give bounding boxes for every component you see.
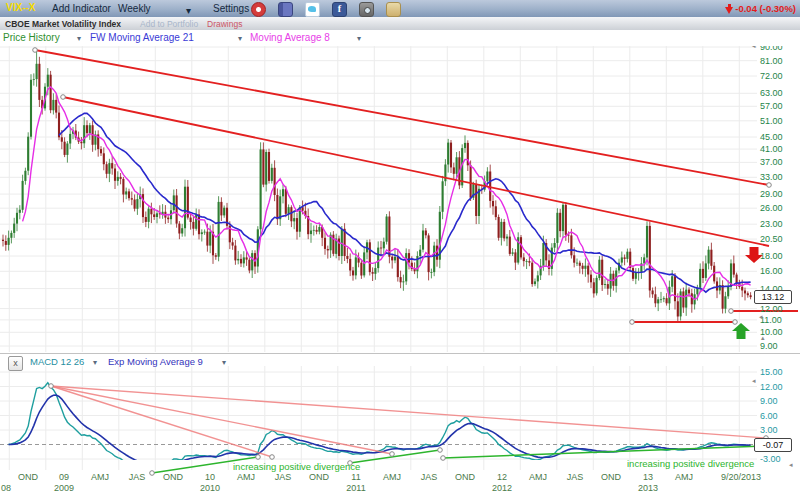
camera-icon[interactable] <box>359 2 374 17</box>
ma21-caret-icon[interactable]: ▾ <box>238 34 242 43</box>
symbol-label: VIX--X <box>6 2 35 13</box>
notebook-icon[interactable] <box>278 2 293 17</box>
instrument-title: CBOE Market Volatility Index <box>5 19 121 29</box>
macd-value-box: -0.07 <box>754 438 792 452</box>
quote-change-text: -0.04 (-0.30%) <box>735 3 796 14</box>
twitter-icon[interactable] <box>305 2 320 17</box>
chart-canvas <box>0 0 800 492</box>
legend-ma21[interactable]: FW Moving Average 21 <box>90 32 194 43</box>
macd-ema-label[interactable]: Exp Moving Average 9 <box>108 356 203 367</box>
legend-price-history[interactable]: Price History <box>3 32 60 43</box>
panel-separator[interactable] <box>0 353 800 354</box>
macd-label[interactable]: MACD 12 26 <box>30 356 84 367</box>
menu-add-indicator[interactable]: Add Indicator <box>52 3 111 14</box>
alarm-clock-icon[interactable] <box>251 2 266 17</box>
drawings-link[interactable]: Drawings <box>207 19 242 29</box>
series-legend: Price History ▾ FW Moving Average 21 ▾ M… <box>0 30 800 46</box>
ma8-caret-icon[interactable]: ▾ <box>357 34 361 43</box>
subheader: CBOE Market Volatility Index Add to Port… <box>0 17 800 31</box>
last-price-box: 13.12 <box>754 290 792 304</box>
period-caret-icon[interactable]: ▾ <box>186 5 191 16</box>
toolbar: VIX--X Add Indicator Weekly ▾ Settings f… <box>0 0 800 18</box>
down-arrow-icon <box>725 7 733 14</box>
menu-period[interactable]: Weekly <box>118 3 151 14</box>
legend-ma8[interactable]: Moving Average 8 <box>250 32 330 43</box>
price-history-caret-icon[interactable]: ▾ <box>77 34 81 43</box>
facebook-icon[interactable]: f <box>332 2 347 17</box>
add-to-portfolio-link[interactable]: Add to Portfolio <box>140 19 198 29</box>
macd-header: x MACD 12 26 ▾ Exp Moving Average 9 ▾ <box>0 355 757 370</box>
stamp-icon[interactable] <box>386 2 401 17</box>
divergence-note-left: increasing positive divergence <box>233 461 360 472</box>
divergence-note-right: increasing positive divergence <box>627 458 754 469</box>
menu-settings[interactable]: Settings <box>213 3 249 14</box>
macd-caret-icon[interactable]: ▾ <box>93 358 97 367</box>
quote-change: -0.04 (-0.30%) <box>725 3 796 14</box>
macd-ema-caret-icon[interactable]: ▾ <box>222 358 226 367</box>
macd-close-button[interactable]: x <box>8 356 23 371</box>
